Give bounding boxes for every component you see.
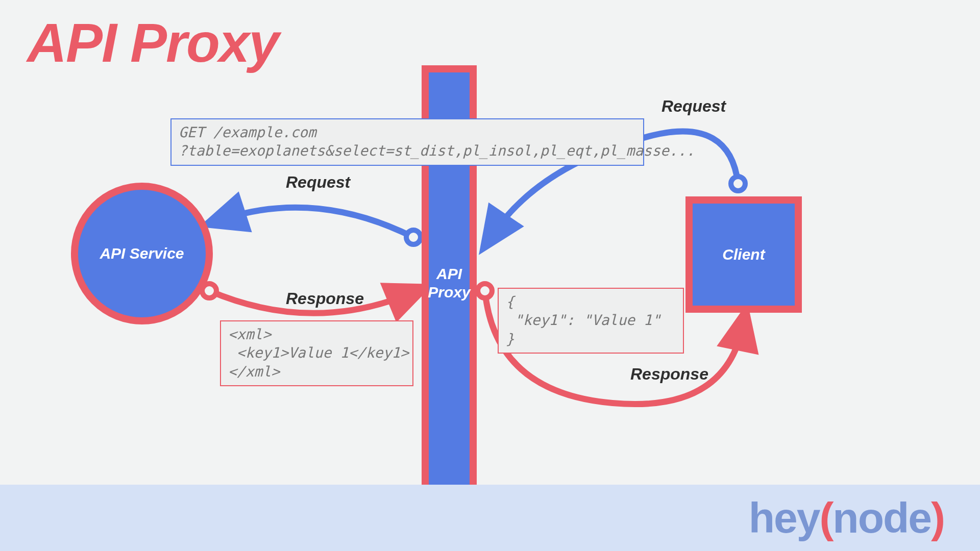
- label-request-right: Request: [662, 97, 726, 116]
- diagram-stage: API Service API Proxy Client GET /exampl…: [0, 0, 980, 551]
- brand-node: node: [832, 494, 931, 542]
- node-client: Client: [685, 196, 802, 313]
- svg-point-0: [406, 230, 421, 244]
- node-api-service: API Service: [71, 183, 213, 324]
- footer-bar: hey(node): [0, 485, 980, 551]
- svg-point-2: [731, 177, 745, 191]
- node-api-service-label: API Service: [100, 245, 184, 262]
- brand-paren-close: ): [931, 494, 944, 542]
- brand-paren-open: (: [819, 494, 832, 542]
- label-response-left: Response: [286, 289, 364, 308]
- code-box-xml-response: <xml> <key1>Value 1</key1> </xml>: [220, 320, 413, 386]
- label-request-left: Request: [286, 173, 350, 192]
- code-box-json-response: { "key1": "Value 1" }: [498, 288, 684, 354]
- node-api-proxy-label: API Proxy: [428, 265, 470, 302]
- brand-logo: hey(node): [749, 493, 944, 543]
- brand-hey: hey: [749, 494, 820, 542]
- label-response-right: Response: [630, 365, 708, 384]
- node-client-label: Client: [722, 246, 765, 263]
- code-box-get-request: GET /example.com ?table=exoplanets&selec…: [170, 118, 644, 166]
- svg-point-3: [478, 284, 492, 298]
